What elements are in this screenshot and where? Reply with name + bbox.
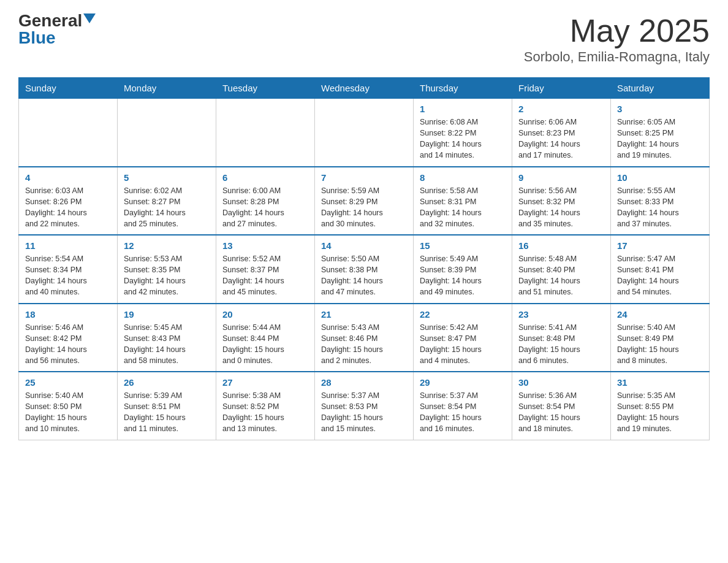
day-info: Sunrise: 5:50 AM Sunset: 8:38 PM Dayligh…	[321, 253, 407, 298]
day-info: Sunrise: 5:59 AM Sunset: 8:29 PM Dayligh…	[321, 185, 407, 230]
day-info: Sunrise: 5:52 AM Sunset: 8:37 PM Dayligh…	[222, 253, 308, 298]
calendar-cell: 6Sunrise: 6:00 AM Sunset: 8:28 PM Daylig…	[216, 167, 315, 236]
calendar-cell: 15Sunrise: 5:49 AM Sunset: 8:39 PM Dayli…	[414, 235, 512, 304]
day-info: Sunrise: 5:44 AM Sunset: 8:44 PM Dayligh…	[222, 322, 308, 367]
day-info: Sunrise: 6:06 AM Sunset: 8:23 PM Dayligh…	[518, 117, 604, 161]
calendar-header-row: SundayMondayTuesdayWednesdayThursdayFrid…	[19, 78, 710, 99]
day-number: 10	[617, 172, 703, 183]
calendar-cell: 19Sunrise: 5:45 AM Sunset: 8:43 PM Dayli…	[118, 304, 216, 372]
calendar-cell: 20Sunrise: 5:44 AM Sunset: 8:44 PM Dayli…	[216, 304, 315, 372]
calendar-cell: 26Sunrise: 5:39 AM Sunset: 8:51 PM Dayli…	[118, 372, 216, 440]
day-info: Sunrise: 5:46 AM Sunset: 8:42 PM Dayligh…	[25, 322, 111, 367]
calendar-cell: 28Sunrise: 5:37 AM Sunset: 8:53 PM Dayli…	[315, 372, 414, 440]
calendar-cell	[216, 99, 315, 167]
calendar-header-friday: Friday	[512, 78, 611, 99]
day-number: 22	[420, 309, 506, 320]
day-info: Sunrise: 5:58 AM Sunset: 8:31 PM Dayligh…	[420, 185, 506, 230]
calendar-week-row: 11Sunrise: 5:54 AM Sunset: 8:34 PM Dayli…	[19, 235, 710, 304]
day-number: 9	[518, 172, 604, 183]
calendar-cell: 31Sunrise: 5:35 AM Sunset: 8:55 PM Dayli…	[611, 372, 710, 440]
calendar-header-wednesday: Wednesday	[315, 78, 414, 99]
calendar-cell: 4Sunrise: 6:03 AM Sunset: 8:26 PM Daylig…	[19, 167, 118, 236]
calendar-cell: 14Sunrise: 5:50 AM Sunset: 8:38 PM Dayli…	[315, 235, 414, 304]
day-number: 7	[321, 172, 407, 183]
day-info: Sunrise: 5:42 AM Sunset: 8:47 PM Dayligh…	[420, 322, 506, 367]
day-info: Sunrise: 5:38 AM Sunset: 8:52 PM Dayligh…	[222, 390, 308, 435]
calendar-cell	[118, 99, 216, 167]
day-number: 27	[222, 377, 308, 388]
calendar-cell: 22Sunrise: 5:42 AM Sunset: 8:47 PM Dayli…	[414, 304, 512, 372]
day-number: 8	[420, 172, 506, 183]
day-info: Sunrise: 5:40 AM Sunset: 8:50 PM Dayligh…	[25, 390, 111, 435]
calendar-cell: 21Sunrise: 5:43 AM Sunset: 8:46 PM Dayli…	[315, 304, 414, 372]
day-number: 25	[25, 377, 111, 388]
page-header: General Blue May 2025 Sorbolo, Emilia-Ro…	[18, 12, 710, 65]
day-info: Sunrise: 5:36 AM Sunset: 8:54 PM Dayligh…	[518, 390, 604, 435]
calendar-week-row: 1Sunrise: 6:08 AM Sunset: 8:22 PM Daylig…	[19, 99, 710, 167]
day-number: 3	[617, 104, 703, 114]
calendar-cell: 10Sunrise: 5:55 AM Sunset: 8:33 PM Dayli…	[611, 167, 710, 236]
calendar-cell: 3Sunrise: 6:05 AM Sunset: 8:25 PM Daylig…	[611, 99, 710, 167]
calendar-header-thursday: Thursday	[414, 78, 512, 99]
calendar-cell: 1Sunrise: 6:08 AM Sunset: 8:22 PM Daylig…	[414, 99, 512, 167]
day-info: Sunrise: 5:48 AM Sunset: 8:40 PM Dayligh…	[518, 253, 604, 298]
calendar-cell: 11Sunrise: 5:54 AM Sunset: 8:34 PM Dayli…	[19, 235, 118, 304]
day-number: 17	[617, 240, 703, 251]
day-number: 13	[222, 240, 308, 251]
calendar-cell: 7Sunrise: 5:59 AM Sunset: 8:29 PM Daylig…	[315, 167, 414, 236]
calendar-week-row: 4Sunrise: 6:03 AM Sunset: 8:26 PM Daylig…	[19, 167, 710, 236]
logo: General Blue	[18, 12, 96, 47]
day-info: Sunrise: 5:45 AM Sunset: 8:43 PM Dayligh…	[124, 322, 210, 367]
day-info: Sunrise: 6:08 AM Sunset: 8:22 PM Dayligh…	[420, 117, 506, 161]
calendar-header-saturday: Saturday	[611, 78, 710, 99]
day-number: 2	[518, 104, 604, 114]
logo-blue-text: Blue	[18, 29, 56, 47]
day-number: 16	[518, 240, 604, 251]
day-info: Sunrise: 5:53 AM Sunset: 8:35 PM Dayligh…	[124, 253, 210, 298]
day-number: 11	[25, 240, 111, 251]
calendar-cell: 29Sunrise: 5:37 AM Sunset: 8:54 PM Dayli…	[414, 372, 512, 440]
calendar-week-row: 18Sunrise: 5:46 AM Sunset: 8:42 PM Dayli…	[19, 304, 710, 372]
day-info: Sunrise: 5:35 AM Sunset: 8:55 PM Dayligh…	[617, 390, 703, 435]
calendar-week-row: 25Sunrise: 5:40 AM Sunset: 8:50 PM Dayli…	[19, 372, 710, 440]
day-info: Sunrise: 5:40 AM Sunset: 8:49 PM Dayligh…	[617, 322, 703, 367]
calendar-cell: 16Sunrise: 5:48 AM Sunset: 8:40 PM Dayli…	[512, 235, 611, 304]
day-number: 14	[321, 240, 407, 251]
day-number: 29	[420, 377, 506, 388]
day-number: 1	[420, 104, 506, 114]
day-info: Sunrise: 5:37 AM Sunset: 8:53 PM Dayligh…	[321, 390, 407, 435]
day-info: Sunrise: 6:02 AM Sunset: 8:27 PM Dayligh…	[124, 185, 210, 230]
day-number: 23	[518, 309, 604, 320]
calendar-header-monday: Monday	[118, 78, 216, 99]
day-info: Sunrise: 5:47 AM Sunset: 8:41 PM Dayligh…	[617, 253, 703, 298]
calendar-cell	[315, 99, 414, 167]
calendar-cell: 17Sunrise: 5:47 AM Sunset: 8:41 PM Dayli…	[611, 235, 710, 304]
calendar-cell: 9Sunrise: 5:56 AM Sunset: 8:32 PM Daylig…	[512, 167, 611, 236]
day-number: 19	[124, 309, 210, 320]
calendar-cell: 30Sunrise: 5:36 AM Sunset: 8:54 PM Dayli…	[512, 372, 611, 440]
calendar-cell	[19, 99, 118, 167]
calendar-cell: 25Sunrise: 5:40 AM Sunset: 8:50 PM Dayli…	[19, 372, 118, 440]
calendar-cell: 5Sunrise: 6:02 AM Sunset: 8:27 PM Daylig…	[118, 167, 216, 236]
day-info: Sunrise: 6:05 AM Sunset: 8:25 PM Dayligh…	[617, 117, 703, 161]
calendar-cell: 27Sunrise: 5:38 AM Sunset: 8:52 PM Dayli…	[216, 372, 315, 440]
calendar-cell: 2Sunrise: 6:06 AM Sunset: 8:23 PM Daylig…	[512, 99, 611, 167]
day-info: Sunrise: 5:43 AM Sunset: 8:46 PM Dayligh…	[321, 322, 407, 367]
day-number: 31	[617, 377, 703, 388]
day-number: 4	[25, 172, 111, 183]
day-info: Sunrise: 5:49 AM Sunset: 8:39 PM Dayligh…	[420, 253, 506, 298]
day-info: Sunrise: 5:54 AM Sunset: 8:34 PM Dayligh…	[25, 253, 111, 298]
day-number: 21	[321, 309, 407, 320]
logo-general-text: General	[18, 12, 82, 29]
calendar-cell: 24Sunrise: 5:40 AM Sunset: 8:49 PM Dayli…	[611, 304, 710, 372]
day-number: 26	[124, 377, 210, 388]
day-info: Sunrise: 6:00 AM Sunset: 8:28 PM Dayligh…	[222, 185, 308, 230]
day-number: 18	[25, 309, 111, 320]
day-number: 20	[222, 309, 308, 320]
calendar-cell: 23Sunrise: 5:41 AM Sunset: 8:48 PM Dayli…	[512, 304, 611, 372]
calendar-table: SundayMondayTuesdayWednesdayThursdayFrid…	[18, 77, 710, 440]
calendar-header-tuesday: Tuesday	[216, 78, 315, 99]
day-info: Sunrise: 5:39 AM Sunset: 8:51 PM Dayligh…	[124, 390, 210, 435]
day-number: 15	[420, 240, 506, 251]
calendar-title: May 2025	[524, 12, 710, 49]
